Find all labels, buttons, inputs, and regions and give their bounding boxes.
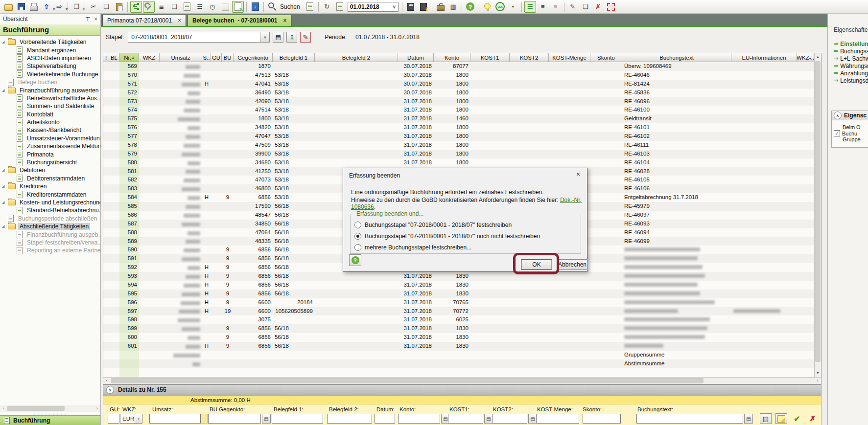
document-settings-icon[interactable] — [334, 1, 346, 13]
column-header-wkz2[interactable]: WKZ-.. — [797, 53, 814, 62]
tab-belege-buchen[interactable]: Belege buchen - 07-2018/0001× — [188, 15, 291, 26]
sidebar-mode-button[interactable]: Buchführung — [0, 415, 100, 425]
sidebar-item[interactable]: Standard-Betriebsabrechnu... — [0, 206, 100, 214]
table-row[interactable]: 593H9685656/1831.07.20181830 — [103, 272, 814, 281]
sidebar-item[interactable]: Wiederkehrende Buchunge... — [0, 70, 100, 78]
copy-block-icon[interactable]: ❏ — [168, 1, 180, 13]
chevron-down-icon[interactable]: ∨ — [260, 32, 269, 42]
kost2-field[interactable] — [492, 414, 527, 424]
table-row[interactable]: 5803468053/1831.07.20181800RE-46104 — [103, 158, 814, 167]
paste-icon[interactable] — [113, 1, 125, 13]
scroll-left-icon[interactable]: ‹ — [103, 378, 110, 384]
date-combo[interactable]: 01.01.2018∨ — [348, 2, 399, 12]
table-row[interactable]: 569187030.07.201887077Überw. 109608469 — [103, 62, 814, 71]
bugegenkto-field[interactable] — [208, 414, 261, 424]
column-header-dt[interactable]: Datum — [398, 53, 434, 62]
navigate-forward-icon[interactable]: ⇨▾ — [53, 1, 65, 13]
help-button[interactable] — [349, 254, 361, 266]
sidebar-item[interactable]: Zusammenfassende Meldung — [0, 142, 100, 150]
scrollbar-thumb[interactable] — [111, 378, 704, 383]
copy-record-icon[interactable]: ❏ — [580, 1, 591, 13]
column-header-tx[interactable]: Buchungstext — [622, 53, 731, 62]
calendar-columns-icon[interactable]: ▥ — [447, 1, 459, 13]
scroll-right-icon[interactable]: › — [814, 378, 821, 384]
column-header-bl[interactable]: BL — [109, 53, 119, 62]
panel-splitter[interactable]: . . . . . . . . . — [0, 412, 100, 415]
search-icon[interactable] — [266, 1, 278, 13]
table-row[interactable]: 5734209053/1831.07.20181800RE-46096 — [103, 97, 814, 106]
insert-rows-icon[interactable]: ≣ — [156, 1, 167, 13]
table-row[interactable]: 5999685656/1831.07.20181830 — [103, 324, 814, 333]
table-row[interactable] — [103, 368, 814, 377]
calculator-euro-icon[interactable] — [418, 1, 429, 13]
column-header-nr[interactable]: Nr.▴ — [119, 53, 139, 62]
konto-field[interactable] — [398, 414, 440, 424]
sidebar-item[interactable]: ◢Kosten- und Leistungsrechnung — [0, 199, 100, 206]
table-row[interactable]: 594H9685656/1831.07.20181830 — [103, 281, 814, 290]
expander-icon[interactable]: ◢ — [2, 201, 8, 204]
window-copy-icon[interactable]: ❐▾ — [70, 1, 82, 13]
table-row[interactable]: 5723649053/1830.07.20181800RE-45836 — [103, 89, 814, 97]
close-icon[interactable]: × — [94, 16, 97, 22]
settings-wrench-icon[interactable] — [143, 1, 155, 13]
datum-field[interactable] — [375, 414, 395, 424]
skonto-field[interactable] — [583, 414, 621, 424]
properties-link-whrungsu[interactable]: ⇒Währungsu — [834, 62, 868, 69]
numbered-list-icon[interactable]: ☰ — [194, 1, 206, 13]
dropdown-caret-icon[interactable]: ▾ — [66, 7, 68, 11]
dropdown-caret-icon[interactable]: ▾ — [83, 7, 85, 11]
table-row[interactable]: 5793990053/1831.07.20181800RE-46103 — [103, 150, 814, 158]
radio-icon[interactable] — [354, 244, 361, 251]
confirm-button[interactable]: ✔ — [791, 413, 803, 424]
download-document-icon[interactable] — [249, 1, 261, 13]
column-header-gk[interactable]: Gegenkonto — [234, 53, 273, 62]
sidebar-item[interactable]: ◢Debitoren — [0, 166, 100, 174]
table-row[interactable]: 597H19660010562050589931.07.201870772 — [103, 307, 814, 316]
sidebar-item[interactable]: ◢Vorbereitende Tätigkeiten — [0, 38, 100, 46]
sticky-note-button[interactable] — [775, 413, 787, 424]
table-row[interactable]: 571H4704153/1830.07.20181800RE-81424 — [103, 80, 814, 89]
kost1-field[interactable] — [448, 414, 483, 424]
sidebar-item[interactable]: Buchungsübersicht — [0, 158, 100, 166]
lex-globe-icon[interactable] — [494, 1, 506, 13]
blank-page-icon[interactable] — [219, 1, 231, 13]
sidebar-item[interactable]: Buchungsperiode abschließen — [0, 215, 100, 223]
scrollbar-thumb[interactable] — [7, 406, 65, 411]
scroll-down-icon[interactable]: ▼ — [815, 370, 821, 377]
table-row[interactable]: 595H9685656/1831.07.20181830 — [103, 290, 814, 298]
help-icon[interactable] — [465, 1, 476, 13]
belegfeld1-field[interactable] — [272, 414, 323, 424]
sidebar-item[interactable]: ◢Finanzbuchführung auswerten — [0, 86, 100, 94]
refresh-icon[interactable]: ↻ — [321, 1, 333, 13]
gu-field[interactable] — [108, 414, 119, 424]
search-document-icon[interactable] — [304, 1, 316, 13]
column-header-excl[interactable]: ! — [103, 53, 109, 62]
column-header-b1[interactable]: Belegfeld 1 — [273, 53, 315, 62]
chevron-down-icon[interactable]: ∨ — [135, 414, 142, 423]
tab-primanota[interactable]: Primanota 07-2018/0001× — [102, 15, 186, 26]
sidebar-item[interactable]: Umsatzsteuer-Voranmeldung — [0, 134, 100, 142]
table-row[interactable]: Abstimmsumme — [103, 359, 814, 368]
table-row[interactable]: 596H966002018431.07.201870765 — [103, 298, 814, 307]
strike-view-icon[interactable]: ≡ — [550, 1, 562, 13]
sidebar-item[interactable]: Kreditorenstammdaten — [0, 190, 100, 198]
buchungstext-list-button[interactable]: ▤ — [744, 414, 753, 424]
table-row[interactable]: 5784750953/1831.07.20181800RE-46111 — [103, 141, 814, 150]
column-header-bu[interactable]: BU — [222, 53, 234, 62]
sidebar-item[interactable]: Kontoblatt — [0, 111, 100, 118]
overflow-down-icon[interactable]: ▾ — [507, 1, 519, 13]
sidebar-item[interactable]: Stapelverarbeitung — [0, 62, 100, 70]
properties-link-buchungss[interactable]: ⇒Buchungss — [834, 47, 868, 55]
briefcase-icon[interactable] — [435, 1, 446, 13]
sidebar-item[interactable]: Reporting an externe Partner — [0, 246, 100, 254]
table-row[interactable]: 598307531.07.20186025 — [103, 315, 814, 324]
expander-icon[interactable]: ◢ — [2, 89, 8, 92]
umsatz-field[interactable] — [149, 414, 201, 424]
table-row[interactable]: 575180053/1831.07.20181460Geldtransit — [103, 114, 814, 123]
radio-option-3[interactable]: mehrere Buchungsstapel festschreiben... — [354, 242, 540, 253]
tip-bulb-icon[interactable] — [482, 1, 493, 13]
cancel-entry-button[interactable]: ✗ — [807, 413, 819, 424]
properties-box-header[interactable]: ∧ Eigensc — [832, 111, 868, 120]
group-view-icon[interactable]: ≡ — [537, 1, 549, 13]
scroll-left-icon[interactable]: ‹ — [0, 406, 7, 411]
